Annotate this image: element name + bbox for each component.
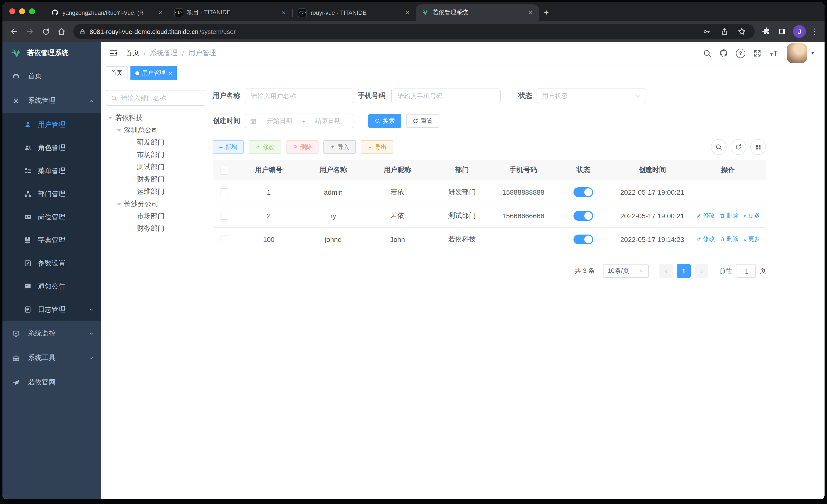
column-settings-grid-icon[interactable] bbox=[750, 139, 766, 155]
phone-input[interactable] bbox=[397, 92, 495, 100]
avatar-dropdown-caret-icon[interactable]: ▾ bbox=[812, 51, 814, 56]
close-window-button[interactable] bbox=[9, 8, 15, 14]
goto-page-input[interactable] bbox=[736, 265, 757, 278]
table-row: 100 johnd John 若依科技 2022-05-17 19:14:23 … bbox=[213, 228, 766, 251]
dept-search-input[interactable] bbox=[120, 94, 200, 102]
row-checkbox[interactable] bbox=[221, 212, 229, 220]
current-page-button[interactable]: 1 bbox=[677, 264, 691, 278]
header-search-icon[interactable] bbox=[700, 46, 715, 60]
reset-button[interactable]: 重置 bbox=[406, 114, 439, 128]
fullscreen-icon[interactable] bbox=[750, 46, 765, 60]
row-edit-link[interactable]: 修改 bbox=[696, 235, 715, 243]
row-more-link[interactable]: »更多 bbox=[743, 235, 760, 243]
export-button[interactable]: 导出 bbox=[360, 140, 393, 154]
column-header: 操作 bbox=[690, 166, 766, 175]
back-icon[interactable] bbox=[7, 24, 21, 38]
close-tab-icon[interactable]: × bbox=[404, 9, 411, 16]
share-icon[interactable] bbox=[717, 24, 731, 38]
status-toggle-on[interactable] bbox=[574, 211, 593, 221]
reload-icon[interactable] bbox=[39, 24, 53, 38]
address-bar[interactable]: 8081-rouyi-vue-demo.cloud.titanide.cn/sy… bbox=[74, 24, 755, 39]
close-tab-icon[interactable]: × bbox=[156, 9, 164, 16]
page-size-select[interactable]: 10条/页 bbox=[603, 264, 649, 278]
tab-ruoyi-admin-active[interactable]: 若依管理系统 × bbox=[416, 4, 539, 21]
forward-icon[interactable] bbox=[23, 24, 37, 38]
refresh-icon[interactable] bbox=[731, 139, 746, 155]
tree-node[interactable]: 市场部门 bbox=[106, 210, 205, 222]
sidebar-item-role-management[interactable]: 角色管理 bbox=[2, 136, 101, 159]
tab-titanide-project[interactable]: <t> 项目 - TITANIDE × bbox=[169, 4, 292, 21]
tree-node[interactable]: 财务部门 bbox=[106, 173, 205, 185]
username-input[interactable] bbox=[250, 92, 348, 100]
tree-expand-caret-icon[interactable] bbox=[108, 117, 112, 121]
home-icon[interactable] bbox=[55, 24, 68, 38]
sidebar-item-user-management[interactable]: 用户管理 bbox=[2, 113, 101, 136]
minimize-window-button[interactable] bbox=[19, 8, 25, 14]
extensions-puzzle-icon[interactable] bbox=[760, 24, 773, 38]
date-range-picker[interactable]: 开始日期 - 结束日期 bbox=[245, 114, 353, 128]
breadcrumb-home[interactable]: 首页 bbox=[126, 49, 139, 58]
status-select[interactable]: 用户状态 bbox=[537, 89, 646, 103]
toggle-search-icon[interactable] bbox=[711, 139, 727, 155]
status-toggle-on[interactable] bbox=[574, 187, 593, 197]
tree-node[interactable]: 测试部门 bbox=[106, 161, 205, 173]
tag-home[interactable]: 首页 bbox=[106, 66, 128, 80]
sidebar-item-post-management[interactable]: 岗位管理 bbox=[2, 206, 101, 229]
font-size-icon[interactable] bbox=[767, 46, 781, 60]
sidebar-item-log-management[interactable]: 日志管理 bbox=[2, 298, 101, 321]
browser-menu-icon[interactable]: ⋮ bbox=[810, 27, 820, 36]
sidebar-item-param-settings[interactable]: 参数设置 bbox=[2, 252, 101, 275]
maximize-window-button[interactable] bbox=[29, 8, 35, 14]
delete-button[interactable]: 删除 bbox=[286, 140, 318, 154]
tree-node[interactable]: 财务部门 bbox=[106, 222, 205, 234]
tree-node[interactable]: 长沙分公司 bbox=[106, 198, 205, 210]
prev-page-button[interactable]: ‹ bbox=[659, 264, 673, 278]
phone-label: 手机号码 bbox=[358, 92, 385, 100]
tree-node[interactable]: 深圳总公司 bbox=[106, 124, 205, 136]
user-avatar[interactable] bbox=[787, 43, 807, 63]
next-page-button[interactable]: › bbox=[694, 264, 709, 278]
bookmark-star-icon[interactable] bbox=[735, 24, 749, 38]
password-key-icon[interactable] bbox=[699, 24, 713, 38]
tree-node[interactable]: 市场部门 bbox=[106, 149, 205, 161]
sidebar-item-dict-management[interactable]: 字典管理 bbox=[2, 229, 101, 252]
sidebar-item-home[interactable]: 首页 bbox=[2, 64, 101, 89]
side-panel-icon[interactable] bbox=[775, 24, 789, 38]
import-button[interactable]: 导入 bbox=[323, 140, 356, 154]
status-toggle-on[interactable] bbox=[574, 234, 593, 244]
tree-node[interactable]: 研发部门 bbox=[106, 136, 205, 149]
row-more-link[interactable]: »更多 bbox=[743, 212, 760, 220]
sidebar-item-notice[interactable]: 通知公告 bbox=[2, 275, 101, 298]
sidebar-item-dept-management[interactable]: 部门管理 bbox=[2, 182, 101, 206]
edit-button[interactable]: 修改 bbox=[248, 140, 281, 154]
sidebar-item-menu-management[interactable]: 菜单管理 bbox=[2, 159, 101, 182]
sidebar-item-system-tools[interactable]: 系统工具 bbox=[2, 346, 101, 370]
tree-node[interactable]: 若依科技 bbox=[106, 112, 205, 124]
row-delete-link[interactable]: 删除 bbox=[720, 235, 738, 243]
sidebar-collapse-icon[interactable] bbox=[105, 45, 121, 61]
close-tag-icon[interactable]: × bbox=[169, 70, 172, 76]
sidebar-logo[interactable]: 若依管理系统 bbox=[2, 42, 101, 64]
tag-user-management-active[interactable]: 用户管理 × bbox=[131, 66, 177, 80]
close-tab-icon[interactable]: × bbox=[527, 9, 534, 16]
sidebar-item-system-management[interactable]: 系统管理 bbox=[2, 89, 101, 113]
tree-expand-caret-icon[interactable] bbox=[117, 203, 121, 207]
new-tab-button[interactable]: + bbox=[539, 4, 554, 21]
sidebar-item-ruoyi-website[interactable]: 若依官网 bbox=[2, 370, 101, 395]
row-checkbox[interactable] bbox=[221, 235, 229, 243]
add-button[interactable]: +新增 bbox=[213, 140, 243, 154]
row-checkbox[interactable] bbox=[221, 188, 229, 196]
row-delete-link[interactable]: 删除 bbox=[720, 212, 738, 220]
browser-profile-avatar[interactable]: J bbox=[793, 25, 806, 38]
tab-github[interactable]: yangzongzhuan/RuoYi-Vue: (R × bbox=[46, 4, 169, 21]
close-tab-icon[interactable]: × bbox=[280, 9, 288, 16]
search-button[interactable]: 搜索 bbox=[368, 114, 401, 128]
select-all-checkbox[interactable] bbox=[221, 166, 229, 174]
row-edit-link[interactable]: 修改 bbox=[696, 212, 715, 220]
help-question-icon[interactable]: ? bbox=[733, 46, 748, 60]
tab-titanide-rouyi[interactable]: <t> rouyi-vue - TITANIDE × bbox=[293, 4, 416, 21]
sidebar-item-system-monitor[interactable]: 系统监控 bbox=[2, 321, 101, 346]
github-icon[interactable] bbox=[717, 46, 731, 60]
tree-node[interactable]: 运维部门 bbox=[106, 185, 205, 198]
tree-expand-caret-icon[interactable] bbox=[117, 129, 121, 133]
